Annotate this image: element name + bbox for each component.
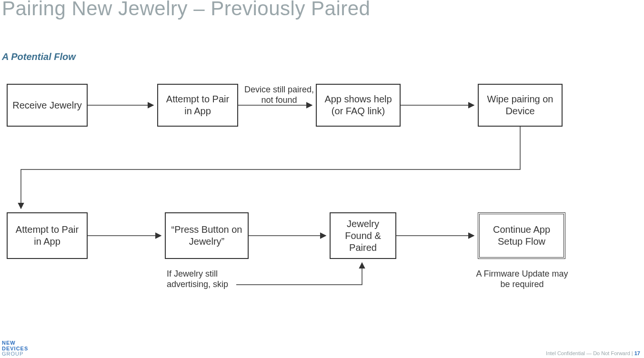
arrows bbox=[0, 0, 644, 358]
footer-text: Intel Confidential — Do Not Forward | bbox=[546, 350, 634, 356]
logo-new-devices-group: NEW DEVICES GROUP bbox=[2, 340, 28, 357]
page-number: 17 bbox=[634, 350, 640, 356]
logo-line3: GROUP bbox=[2, 351, 23, 357]
logo-line2: DEVICES bbox=[2, 346, 28, 351]
logo-line1: NEW bbox=[2, 340, 16, 346]
footer: Intel Confidential — Do Not Forward | 17 bbox=[546, 350, 640, 356]
